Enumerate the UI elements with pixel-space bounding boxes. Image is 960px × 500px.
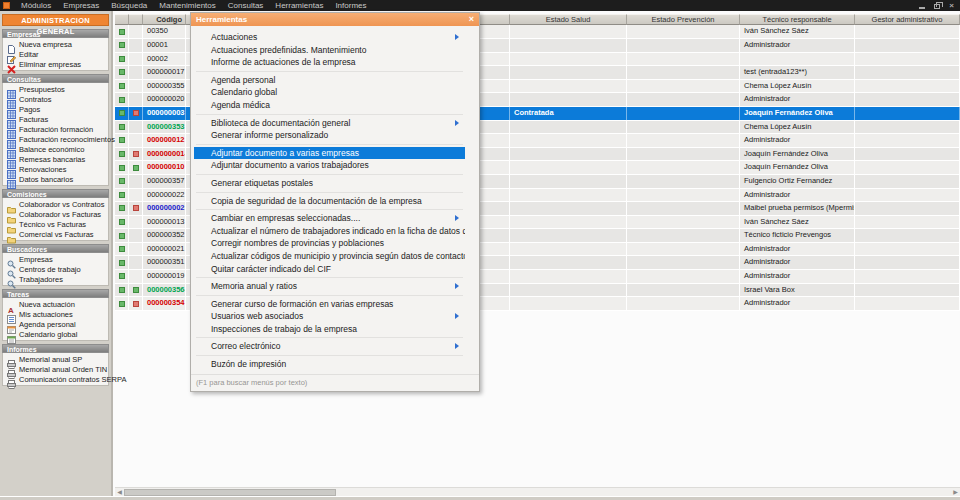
menu-item-label: Corregir nombres de provincias y poblaci… bbox=[211, 238, 384, 248]
sidebar-item-colaborador-vs-contratos[interactable]: Colaborador vs Contratos bbox=[3, 199, 108, 209]
menubar-item-informes[interactable]: Informes bbox=[329, 0, 372, 11]
menubar-item-modulos[interactable]: Módulos bbox=[15, 0, 57, 11]
cell-gestor-administrativo bbox=[855, 243, 960, 256]
minimize-icon[interactable] bbox=[917, 2, 926, 10]
menu-separator bbox=[196, 295, 463, 296]
horizontal-scrollbar[interactable]: ◀ ▶ bbox=[115, 487, 960, 496]
menu-separator bbox=[196, 71, 463, 72]
menu-item-copia-de-seguridad-de-la-documentacion-de-la-empresa[interactable]: Copia de seguridad de la documentación d… bbox=[194, 195, 465, 208]
submenu-arrow-icon bbox=[455, 313, 459, 319]
menu-item-agenda-personal[interactable]: Agenda personal bbox=[194, 74, 465, 87]
cell-tecnico-responsable: Israel Vara Box bbox=[740, 284, 855, 297]
sidebar-section-header-comisiones: Comisiones bbox=[2, 189, 109, 198]
cell-estado-prevencion bbox=[627, 284, 740, 297]
column-header-indicator-0[interactable] bbox=[115, 14, 129, 25]
menu-item-generar-informe-personalizado[interactable]: Generar informe personalizado bbox=[194, 129, 465, 142]
menu-item-label: Agenda personal bbox=[211, 75, 275, 85]
sidebar-item-facturas[interactable]: Facturas bbox=[3, 114, 108, 124]
cell-status-indicator-2 bbox=[129, 134, 143, 147]
menu-item-informe-de-actuaciones-de-la-empresa[interactable]: Informe de actuaciones de la empresa bbox=[194, 56, 465, 69]
menu-item-adjuntar-documento-a-varios-trabajadores[interactable]: Adjuntar documento a varios trabajadores bbox=[194, 159, 465, 172]
column-header-indicator-1[interactable] bbox=[129, 14, 143, 25]
menu-item-generar-etiquetas-postales[interactable]: Generar etiquetas postales bbox=[194, 177, 465, 190]
column-header-estado-salud[interactable]: Estado Salud bbox=[510, 14, 627, 25]
menu-item-cambiar-en-empresas-seleccionadas[interactable]: Cambiar en empresas seleccionadas.... bbox=[194, 212, 465, 225]
table-icon bbox=[7, 145, 16, 154]
sidebar-section-header-tareas: Tareas bbox=[2, 289, 109, 298]
menu-item-actualizar-el-numero-de-trabajadores-indicado-en-la-ficha-de-datos-de-la-empresa[interactable]: Actualizar el número de trabajadores ind… bbox=[194, 225, 465, 238]
sidebar-item-nueva-empresa[interactable]: Nueva empresa bbox=[3, 39, 108, 49]
restore-icon[interactable] bbox=[932, 2, 941, 10]
sidebar-item-contratos[interactable]: Contratos bbox=[3, 94, 108, 104]
sidebar-item-label: Balance económico bbox=[19, 145, 84, 154]
sidebar-item-facturacion-formacion[interactable]: Facturación formación bbox=[3, 124, 108, 134]
menu-item-corregir-nombres-de-provincias-y-poblaciones[interactable]: Corregir nombres de provincias y poblaci… bbox=[194, 237, 465, 250]
cell-codigo: 000000354 bbox=[143, 297, 186, 310]
cell-gestor-administrativo bbox=[855, 256, 960, 269]
menubar-item-consultas[interactable]: Consultas bbox=[222, 0, 270, 11]
menu-bar: MódulosEmpresasBúsquedaMantenimientosCon… bbox=[0, 0, 960, 11]
column-header-estado-prevencion[interactable]: Estado Prevención bbox=[627, 14, 740, 25]
sidebar-item-tecnico-vs-facturas[interactable]: Técnico vs Facturas bbox=[3, 219, 108, 229]
status-square-green-icon bbox=[119, 273, 125, 279]
sidebar-item-memorial-anual-orden-tin[interactable]: Memorial anual Orden TIN bbox=[3, 364, 108, 374]
sidebar-item-renovaciones[interactable]: Renovaciones bbox=[3, 164, 108, 174]
sidebar-item-eliminar-empresas[interactable]: Eliminar empresas bbox=[3, 59, 108, 69]
cell-status-indicator-2 bbox=[129, 202, 143, 215]
sidebar-item-presupuestos[interactable]: Presupuestos bbox=[3, 84, 108, 94]
list-icon bbox=[7, 310, 16, 319]
sidebar-item-comunicacion-contratos-serpa[interactable]: Comunicación contratos SERPA bbox=[3, 374, 108, 384]
column-header-gestor-administrativo[interactable]: Gestor administrativo bbox=[855, 14, 960, 25]
sidebar-item-datos-bancarios[interactable]: Datos bancarios bbox=[3, 174, 108, 184]
menu-item-biblioteca-de-documentacion-general[interactable]: Biblioteca de documentación general bbox=[194, 117, 465, 130]
menu-item-agenda-medica[interactable]: Agenda médica bbox=[194, 99, 465, 112]
column-header-tecnico-responsable[interactable]: Técnico responsable bbox=[740, 14, 855, 25]
sidebar-item-empresas[interactable]: Empresas bbox=[3, 254, 108, 264]
close-icon[interactable]: × bbox=[947, 2, 956, 10]
sidebar-item-editar[interactable]: Editar bbox=[3, 49, 108, 59]
menubar-item-mantenimientos[interactable]: Mantenimientos bbox=[153, 0, 221, 11]
status-square-green-icon bbox=[119, 233, 125, 239]
status-square-green-icon bbox=[119, 56, 125, 62]
sidebar-item-mis-actuaciones[interactable]: Mis actuaciones bbox=[3, 309, 108, 319]
menu-item-buzon-de-impresion[interactable]: Buzón de impresión bbox=[194, 358, 465, 371]
sidebar-item-colaborador-vs-facturas[interactable]: Colaborador vs Facturas bbox=[3, 209, 108, 219]
sidebar-item-calendario-global[interactable]: Calendario global bbox=[3, 329, 108, 339]
sidebar-item-trabajadores[interactable]: Trabajadores bbox=[3, 274, 108, 284]
sidebar-item-centros-de-trabajo[interactable]: Centros de trabajo bbox=[3, 264, 108, 274]
menu-item-actualizar-codigos-de-municipio-y-provincia-segun-datos-de-contacto[interactable]: Actualizar códigos de municipio y provin… bbox=[194, 250, 465, 263]
sidebar-item-comercial-vs-facturas[interactable]: Comercial vs Facturas bbox=[3, 229, 108, 239]
menu-separator bbox=[196, 277, 463, 278]
menu-item-correo-electronico[interactable]: Correo electrónico bbox=[194, 340, 465, 353]
close-icon[interactable]: × bbox=[469, 13, 474, 26]
cell-gestor-administrativo bbox=[855, 39, 960, 52]
menu-item-quitar-caracter-indicado-del-cif[interactable]: Quitar carácter indicado del CIF bbox=[194, 263, 465, 276]
scrollbar-thumb[interactable] bbox=[124, 489, 336, 496]
menu-item-actuaciones[interactable]: Actuaciones bbox=[194, 31, 465, 44]
menu-item-usuarios-web-asociados[interactable]: Usuarios web asociados bbox=[194, 310, 465, 323]
menu-item-memoria-anual-y-ratios[interactable]: Memoria anual y ratios bbox=[194, 280, 465, 293]
sidebar-section-panel: Memorial anual SPMemorial anual Orden TI… bbox=[2, 353, 109, 386]
sidebar-item-memorial-anual-sp[interactable]: Memorial anual SP bbox=[3, 354, 108, 364]
sidebar-item-agenda-personal[interactable]: Agenda personal bbox=[3, 319, 108, 329]
menubar-item-herramientas[interactable]: Herramientas bbox=[269, 0, 329, 11]
table-icon bbox=[7, 135, 16, 144]
menu-item-actuaciones-predefinidas-mantenimiento[interactable]: Actuaciones predefinidas. Mantenimiento bbox=[194, 44, 465, 57]
status-square-green-icon bbox=[119, 260, 125, 266]
menubar-item-busqueda[interactable]: Búsqueda bbox=[105, 0, 153, 11]
menu-item-adjuntar-documento-a-varias-empresas[interactable]: Adjuntar documento a varias empresas bbox=[194, 147, 465, 160]
menubar-item-empresas[interactable]: Empresas bbox=[57, 0, 105, 11]
sidebar-item-remesas-bancarias[interactable]: Remesas bancarias bbox=[3, 154, 108, 164]
menu-item-calendario-global[interactable]: Calendario global bbox=[194, 86, 465, 99]
column-header-codigo[interactable]: Código bbox=[143, 14, 186, 25]
sidebar-item-label: Memorial anual SP bbox=[19, 355, 82, 364]
cell-status-indicator-2 bbox=[129, 25, 143, 38]
submenu-arrow-icon bbox=[455, 120, 459, 126]
sidebar-item-pagos[interactable]: Pagos bbox=[3, 104, 108, 114]
menu-item-generar-curso-de-formacion-en-varias-empresas[interactable]: Generar curso de formación en varias emp… bbox=[194, 298, 465, 311]
sidebar-item-nueva-actuacion[interactable]: ANueva actuación bbox=[3, 299, 108, 309]
menu-item-inspecciones-de-trabajo-de-la-empresa[interactable]: Inspecciones de trabajo de la empresa bbox=[194, 323, 465, 336]
delete-x-icon bbox=[7, 60, 16, 69]
sidebar-item-balance-economico[interactable]: Balance económico bbox=[3, 144, 108, 154]
sidebar-item-facturacion-reconocimientos[interactable]: Facturación reconocimientos bbox=[3, 134, 108, 144]
